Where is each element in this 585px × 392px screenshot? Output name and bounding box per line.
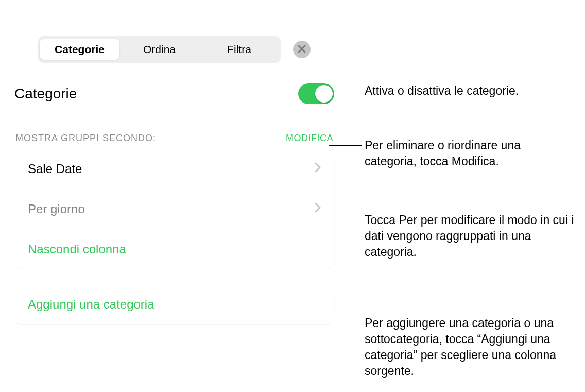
chevron-right-icon: [315, 162, 321, 175]
categories-toggle[interactable]: [298, 83, 334, 104]
group-header: MOSTRA GRUPPI SECONDO: MODIFICA: [0, 133, 349, 149]
add-category-card: Aggiungi una categoria: [14, 284, 334, 324]
category-primary-row[interactable]: Sale Date: [14, 149, 334, 189]
segmented-control: Categorie Ordina Filtra: [38, 36, 281, 63]
callout-line: [334, 91, 362, 91]
section-header: Categorie: [0, 83, 349, 104]
panel-header: Categorie Ordina Filtra: [0, 36, 349, 63]
inspector-panel: Categorie Ordina Filtra Categorie MOSTRA…: [0, 0, 349, 392]
callout-modifica: Per eliminare o riordinare una categoria…: [365, 138, 576, 169]
add-category-row[interactable]: Aggiungi una categoria: [14, 284, 334, 324]
edit-link[interactable]: MODIFICA: [286, 133, 333, 144]
toggle-knob: [315, 85, 333, 103]
add-category-label: Aggiungi una categoria: [28, 297, 154, 312]
callout-line: [287, 323, 362, 323]
category-interval-label: Per giorno: [28, 202, 85, 216]
tab-categorie[interactable]: Categorie: [40, 39, 119, 60]
hide-column-row[interactable]: Nascondi colonna: [14, 229, 334, 269]
close-icon: [298, 43, 306, 56]
tab-ordina[interactable]: Ordina: [119, 39, 199, 60]
chevron-right-icon: [315, 202, 321, 215]
callout-line: [322, 220, 362, 220]
callout-toggle: Attiva o disattiva le categorie.: [365, 83, 576, 99]
callout-aggiungi-text: Per aggiungere una categoria o una sotto…: [365, 316, 556, 378]
category-interval-row[interactable]: Per giorno: [14, 189, 334, 229]
callout-per-text: Tocca Per per modificare il modo in cui …: [365, 213, 574, 259]
category-group-card: Sale Date Per giorno Nascondi colonna: [14, 149, 334, 269]
callout-toggle-text: Attiva o disattiva le categorie.: [365, 84, 519, 97]
callouts-region: Attiva o disattiva le categorie. Per eli…: [349, 0, 585, 392]
section-title: Categorie: [14, 86, 77, 102]
callout-aggiungi: Per aggiungere una categoria o una sotto…: [365, 315, 585, 379]
tab-filtra[interactable]: Filtra: [199, 39, 279, 60]
callout-per: Tocca Per per modificare il modo in cui …: [365, 212, 581, 260]
close-button[interactable]: [293, 41, 311, 58]
group-header-label: MOSTRA GRUPPI SECONDO:: [15, 133, 156, 144]
callout-line: [329, 145, 362, 146]
category-primary-label: Sale Date: [28, 162, 82, 176]
hide-column-label: Nascondi colonna: [28, 242, 126, 257]
callout-modifica-text: Per eliminare o riordinare una categoria…: [365, 139, 521, 168]
